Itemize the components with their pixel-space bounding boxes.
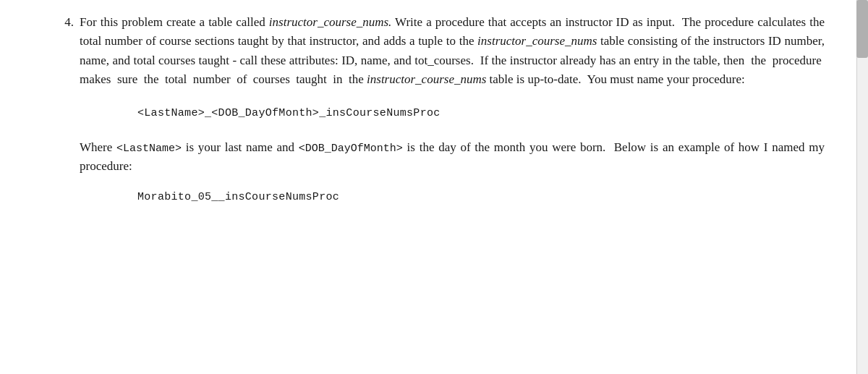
example-procedure-name: Morabito_05__insCourseNumsProc <box>137 189 825 205</box>
where-text-1: Where <box>80 140 116 154</box>
table-name-2: instructor_course_nums <box>477 34 597 48</box>
table-name-1: instructor_course_nums. <box>269 15 392 29</box>
problem-item-4: 4. For this problem create a table calle… <box>43 13 825 206</box>
where-text-2: is your last name and <box>182 140 299 154</box>
where-section: Where <LastName> is your last name and <… <box>80 138 825 177</box>
where-lastname-code: <LastName> <box>116 143 182 155</box>
page-container: 4. For this problem create a table calle… <box>0 0 868 374</box>
scrollbar-area[interactable] <box>856 0 868 374</box>
problem-paragraph: For this problem create a table called i… <box>80 13 825 89</box>
problem-content: For this problem create a table called i… <box>80 13 825 206</box>
problem-number: 4. <box>43 13 80 206</box>
where-dob-code: <DOB_DayOfMonth> <box>299 143 403 155</box>
procedure-name-code: <LastName>_<DOB_DayOfMonth>_insCourseNum… <box>137 105 825 122</box>
main-text-intro: For this problem create a table called <box>80 15 269 29</box>
where-paragraph: Where <LastName> is your last name and <… <box>80 138 825 177</box>
scrollbar-thumb[interactable] <box>856 0 868 58</box>
table-name-3: instructor_course_nums <box>367 72 486 86</box>
rest-line7: table is up-to-date. You must name your … <box>486 72 744 86</box>
